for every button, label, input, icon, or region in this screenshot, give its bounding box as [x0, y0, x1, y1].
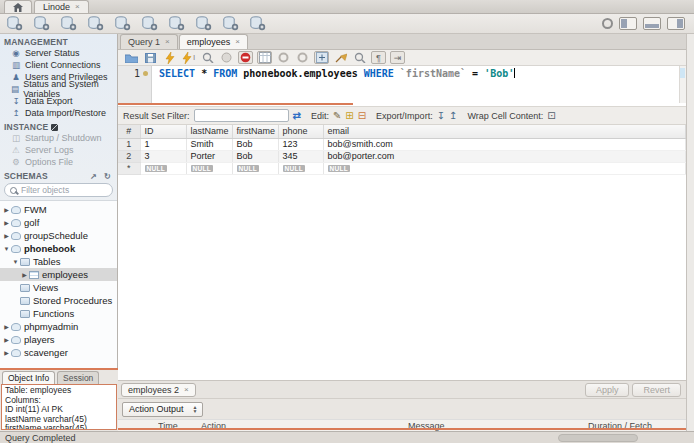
delete-record-icon[interactable]: ⊟	[358, 111, 366, 121]
cell[interactable]: NULL	[232, 162, 278, 174]
toggle-wrap-icon[interactable]: ⇥	[390, 51, 405, 64]
tree-node-scavenger[interactable]: ▶scavenger	[0, 346, 117, 359]
sidebar-item-startup-shutdown[interactable]: ◫Startup / Shutdown	[0, 132, 117, 144]
tree-node-functions[interactable]: Functions	[0, 307, 117, 320]
save-script-icon[interactable]	[143, 51, 158, 64]
table-row-new[interactable]: *NULLNULLNULLNULLNULL	[118, 162, 686, 174]
cell[interactable]: 1	[140, 138, 186, 150]
cell[interactable]: NULL	[140, 162, 186, 174]
commit-icon[interactable]	[257, 51, 272, 64]
beautify-icon[interactable]	[333, 51, 348, 64]
set-query-limit-icon[interactable]	[314, 51, 329, 64]
rollback-icon[interactable]	[276, 51, 291, 64]
stop-icon[interactable]	[219, 51, 234, 64]
connection-tab[interactable]: Linode ×	[34, 0, 89, 13]
tree-node-views[interactable]: Views	[0, 281, 117, 294]
row-number[interactable]: *	[118, 162, 140, 174]
output-type-dropdown[interactable]: Action Output ▲▼	[122, 402, 203, 417]
create-function-icon[interactable]	[194, 16, 213, 32]
sidebar-item-server-logs[interactable]: ⚠Server Logs	[0, 144, 117, 156]
column-header-firstname[interactable]: firstName	[232, 125, 278, 138]
toggle-stop-on-error-icon[interactable]	[238, 51, 253, 64]
create-view-icon[interactable]	[140, 16, 159, 32]
schema-filter-input[interactable]	[21, 185, 101, 195]
cell[interactable]: bob@smith.com	[323, 138, 686, 150]
inspect-database-icon[interactable]	[59, 16, 78, 32]
tree-node-employees[interactable]: ▶employees	[0, 268, 117, 281]
collapsed-right-panel[interactable]	[686, 34, 694, 431]
apply-button[interactable]: Apply	[585, 383, 630, 397]
cell[interactable]: NULL	[186, 162, 232, 174]
tree-node-groupschedule[interactable]: ▶groupSchedule	[0, 229, 117, 242]
table-row[interactable]: 23PorterBob345bob@porter.com	[118, 150, 686, 162]
tree-node-golf[interactable]: ▶golf	[0, 216, 117, 229]
reconnect-database-icon[interactable]	[248, 16, 267, 32]
cell[interactable]: NULL	[323, 162, 686, 174]
tab-object-info[interactable]: Object Info	[2, 371, 55, 384]
new-query-tab-icon[interactable]	[5, 16, 24, 32]
export-records-icon[interactable]: ↧	[437, 111, 445, 121]
search-table-data-icon[interactable]	[221, 16, 240, 32]
cell[interactable]: Smith	[186, 138, 232, 150]
collapse-all-icon[interactable]: ↗	[88, 172, 99, 181]
cell[interactable]: 345	[278, 150, 323, 162]
refresh-grid-icon[interactable]: ⇄	[293, 111, 301, 121]
sidebar-item-client-connections[interactable]: ▥Client Connections	[0, 59, 117, 71]
import-records-icon[interactable]: ↥	[449, 111, 457, 121]
sidebar-item-data-import-restore[interactable]: ↥Data Import/Restore	[0, 107, 117, 119]
edit-record-icon[interactable]: ✎	[333, 111, 341, 121]
create-table-icon[interactable]	[113, 16, 132, 32]
result-filter-input[interactable]	[194, 109, 289, 122]
tree-node-players[interactable]: ▶players	[0, 333, 117, 346]
tab-query-1[interactable]: Query 1×	[120, 34, 178, 49]
toggle-right-sidebar-button[interactable]	[667, 17, 685, 30]
sidebar-item-status-and-system-variables[interactable]: ▤Status and System Variables	[0, 83, 117, 95]
tree-node-tables[interactable]: ▼Tables	[0, 255, 117, 268]
create-procedure-icon[interactable]	[167, 16, 186, 32]
cell[interactable]: NULL	[278, 162, 323, 174]
close-icon[interactable]: ×	[184, 386, 189, 394]
cell[interactable]: 3	[140, 150, 186, 162]
toggle-left-sidebar-button[interactable]	[619, 17, 637, 30]
sidebar-item-server-status[interactable]: ◉Server Status	[0, 47, 117, 59]
tree-node-phpmyadmin[interactable]: ▶phpmyadmin	[0, 320, 117, 333]
column-header-phone[interactable]: phone	[278, 125, 323, 138]
cell[interactable]: 123	[278, 138, 323, 150]
result-tab[interactable]: employees 2 ×	[121, 383, 196, 397]
revert-button[interactable]: Revert	[632, 383, 681, 397]
cell[interactable]: Bob	[232, 138, 278, 150]
column-header-lastname[interactable]: lastName	[186, 125, 232, 138]
close-icon[interactable]: ×	[235, 38, 240, 46]
close-icon[interactable]: ×	[75, 3, 80, 11]
column-header-email[interactable]: email	[323, 125, 686, 138]
wrap-cell-content-icon[interactable]: ⊡	[547, 111, 555, 121]
open-script-icon[interactable]	[124, 51, 139, 64]
cell[interactable]: Porter	[186, 150, 232, 162]
row-number[interactable]: 2	[118, 150, 140, 162]
create-schema-icon[interactable]	[86, 16, 105, 32]
execute-current-icon[interactable]: I	[181, 51, 196, 64]
column-header-id[interactable]: ID	[140, 125, 186, 138]
schema-filter-box[interactable]	[4, 183, 113, 197]
table-row[interactable]: 11SmithBob123bob@smith.com	[118, 138, 686, 150]
tab-session[interactable]: Session	[57, 371, 99, 384]
find-search-icon[interactable]	[352, 51, 367, 64]
row-number[interactable]: 1	[118, 138, 140, 150]
execute-icon[interactable]	[162, 51, 177, 64]
open-sql-script-icon[interactable]	[32, 16, 51, 32]
close-icon[interactable]: ×	[165, 38, 170, 46]
column-header-rownum[interactable]: #	[118, 125, 140, 138]
tree-node-phonebook[interactable]: ▼phonebook	[0, 242, 117, 255]
show-invisibles-icon[interactable]: ¶	[371, 51, 386, 64]
toggle-autocommit-icon[interactable]	[295, 51, 310, 64]
tree-node-fwm[interactable]: ▶FWM	[0, 203, 117, 216]
home-tab[interactable]	[4, 0, 32, 13]
explain-icon[interactable]	[200, 51, 215, 64]
refresh-schemas-icon[interactable]: ↻	[102, 172, 113, 181]
sql-editor[interactable]: 1 SELECT * FROM phonebook.employees WHER…	[118, 66, 686, 103]
editor-scrollbar[interactable]	[679, 66, 686, 103]
tab-employees[interactable]: employees×	[179, 34, 248, 49]
insert-record-icon[interactable]: ⊞	[345, 111, 353, 121]
sql-code-line[interactable]: SELECT * FROM phonebook.employees WHERE …	[152, 66, 515, 103]
toggle-bottom-panel-button[interactable]	[643, 17, 661, 30]
